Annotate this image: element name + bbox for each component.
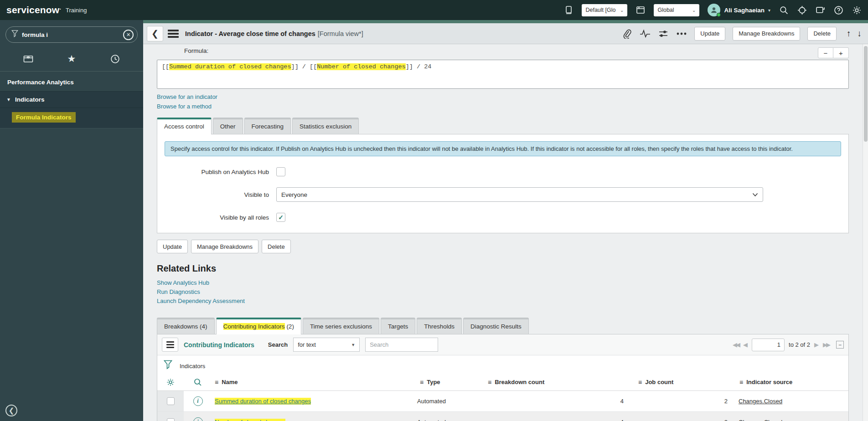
- last-page-icon[interactable]: ▶▶: [823, 341, 829, 348]
- related-list-tab-contributing-indicators[interactable]: Contributing Indicators (2): [216, 318, 301, 334]
- sidebar-section-indicators[interactable]: ▼ Indicators: [0, 91, 143, 108]
- sidebar-item-formula-indicators[interactable]: Formula Indicators: [12, 112, 76, 123]
- list-filter-icon[interactable]: [164, 360, 172, 372]
- indicator-name-link[interactable]: Summed duration of closed changes: [215, 398, 311, 405]
- list-search-icon[interactable]: [184, 378, 212, 387]
- manage-breakdowns-button[interactable]: Manage Breakdowns: [191, 240, 258, 253]
- app-header: servicenow. Training Default [Glo ⌄ Glob…: [0, 0, 868, 20]
- manage-breakdowns-button[interactable]: Manage Breakdowns: [733, 27, 800, 41]
- tab-forecasting[interactable]: Forecasting: [244, 118, 291, 134]
- expand-all-sections-button[interactable]: +: [833, 47, 849, 58]
- servicenow-logo[interactable]: servicenow.: [6, 5, 61, 15]
- publish-checkbox[interactable]: [276, 167, 285, 176]
- list-pagination: ◀◀ ◀ to 2 of 2 ▶ ▶▶ −: [733, 339, 844, 351]
- column-menu-icon[interactable]: ≡: [638, 379, 642, 386]
- activity-stream-icon[interactable]: [640, 28, 651, 39]
- visible-to-value: Everyone: [281, 191, 307, 198]
- global-search-icon[interactable]: [779, 5, 789, 15]
- sidebars-icon[interactable]: [563, 5, 574, 15]
- accent-strip: [143, 20, 868, 23]
- update-button[interactable]: Update: [694, 27, 725, 41]
- page-range-label: to 2 of 2: [789, 341, 810, 348]
- page-number-input[interactable]: [752, 339, 785, 351]
- navigator-tabs: ★: [0, 48, 143, 72]
- scrollbar-thumb[interactable]: [864, 46, 868, 142]
- show-analytics-hub-link[interactable]: Show Analytics Hub: [157, 278, 849, 288]
- previous-record-icon[interactable]: ↑: [847, 29, 851, 39]
- formula-field[interactable]: [[Summed duration of closed changes]] / …: [157, 60, 849, 89]
- next-record-icon[interactable]: ↓: [858, 29, 862, 39]
- collapse-list-icon[interactable]: −: [836, 341, 844, 349]
- sidebar-toggle-button[interactable]: ❮: [5, 405, 17, 416]
- navigator-search-input[interactable]: [22, 31, 119, 38]
- attachment-icon[interactable]: [621, 28, 632, 39]
- next-page-icon[interactable]: ▶: [814, 341, 819, 348]
- column-menu-icon[interactable]: ≡: [420, 379, 424, 386]
- row-checkbox[interactable]: [167, 397, 175, 405]
- personalize-form-icon[interactable]: [658, 28, 669, 39]
- tab-label: Diagnostic Results: [470, 323, 522, 330]
- tab-label: Breakdowns (4): [164, 323, 207, 330]
- application-picker[interactable]: Global ⌄: [654, 4, 699, 16]
- info-message: Specify access control for this indicato…: [165, 141, 841, 156]
- column-menu-icon[interactable]: ≡: [739, 379, 743, 386]
- formula-label: Formula:: [184, 47, 208, 54]
- related-list-tab-time-series-exclusions[interactable]: Time series exclusions: [303, 318, 379, 334]
- user-menu[interactable]: Ali Saghaeian ▾: [708, 4, 770, 16]
- tab-statistics-exclusion[interactable]: Statistics exclusion: [292, 118, 359, 134]
- tab-access-control[interactable]: Access control: [157, 118, 212, 134]
- form-context-menu-icon[interactable]: [168, 30, 179, 38]
- search-type-select[interactable]: for text ▼: [293, 338, 360, 352]
- column-label: Breakdown count: [495, 379, 544, 385]
- job-count-cell: 2: [636, 419, 737, 421]
- row-checkbox[interactable]: [167, 418, 175, 421]
- list-personalize-icon[interactable]: [157, 378, 184, 387]
- related-list-tab-breakdowns-4[interactable]: Breakdowns (4): [157, 318, 215, 334]
- update-button[interactable]: Update: [157, 240, 188, 253]
- tab-other[interactable]: Other: [213, 118, 243, 134]
- related-list-tab-thresholds[interactable]: Thresholds: [417, 318, 462, 334]
- chat-icon[interactable]: [815, 5, 825, 15]
- first-page-icon[interactable]: ◀◀: [733, 341, 739, 348]
- browse-method-link[interactable]: Browse for a method: [157, 103, 849, 110]
- indicator-name-link[interactable]: Number of closed changes: [215, 419, 285, 421]
- help-icon[interactable]: [833, 5, 843, 15]
- record-preview-icon[interactable]: i: [193, 396, 203, 406]
- more-options-icon[interactable]: [676, 28, 687, 39]
- indicator-source-link[interactable]: Changes.Closed: [739, 398, 782, 405]
- related-list-tab-diagnostic-results[interactable]: Diagnostic Results: [463, 318, 529, 334]
- column-label: Type: [427, 379, 440, 385]
- delete-button[interactable]: Delete: [262, 240, 291, 253]
- visible-all-roles-checkbox[interactable]: ✓: [276, 213, 285, 222]
- main-content: ❮ Indicator - Average close time of chan…: [143, 20, 868, 421]
- list-context-menu-icon[interactable]: [162, 338, 178, 352]
- collapse-all-sections-button[interactable]: −: [818, 47, 833, 58]
- vertical-scrollbar[interactable]: [863, 44, 868, 421]
- column-label: Indicator source: [746, 379, 792, 385]
- visible-to-select[interactable]: Everyone: [276, 187, 763, 202]
- target-icon[interactable]: [797, 5, 807, 15]
- browse-indicator-link[interactable]: Browse for an indicator: [157, 93, 849, 100]
- back-button[interactable]: ❮: [147, 26, 163, 41]
- delete-button[interactable]: Delete: [807, 27, 837, 41]
- column-menu-icon[interactable]: ≡: [215, 379, 218, 386]
- column-menu-icon[interactable]: ≡: [488, 379, 491, 386]
- run-diagnostics-link[interactable]: Run Diagnostics: [157, 288, 849, 297]
- gear-icon[interactable]: [852, 5, 862, 15]
- list-search-input[interactable]: [365, 338, 438, 352]
- update-set-picker[interactable]: Default [Glo ⌄: [582, 4, 627, 16]
- form-view-icon[interactable]: [636, 5, 646, 15]
- related-list-tab-targets[interactable]: Targets: [381, 318, 415, 334]
- previous-page-icon[interactable]: ◀: [743, 341, 748, 348]
- tab-label: Time series exclusions: [310, 323, 372, 330]
- launch-dependency-assessment-link[interactable]: Launch Dependency Assessment: [157, 297, 849, 306]
- indicator-source-link[interactable]: Changes.Closed: [739, 419, 782, 421]
- breakdown-count-cell: 4: [485, 398, 636, 405]
- history-icon[interactable]: [108, 53, 122, 65]
- all-applications-icon[interactable]: [21, 53, 35, 65]
- favorites-icon[interactable]: ★: [65, 53, 78, 65]
- type-cell: Automated: [417, 419, 485, 421]
- user-name: Ali Saghaeian: [724, 7, 765, 14]
- record-preview-icon[interactable]: i: [193, 417, 203, 421]
- clear-search-icon[interactable]: ✕: [123, 30, 134, 40]
